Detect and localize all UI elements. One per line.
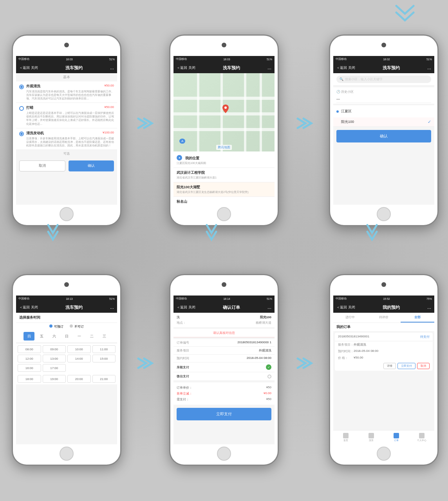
back-button-3[interactable]: ＜返回 关闭 [336, 65, 355, 70]
bottom-nav-home[interactable]: 首页 [333, 431, 359, 444]
loc-addr-1: 湖北省武汉市江夏区杨桥湖大道1 [177, 176, 271, 180]
history-item-text: — [336, 97, 340, 101]
weekday-fri[interactable]: 五 [36, 332, 47, 341]
order-header: 洗 阳光100 地点： 杨桥湖大道 [173, 313, 275, 327]
home-button-1[interactable] [60, 207, 74, 221]
time-slot-1200[interactable]: 12:00 [18, 355, 41, 362]
page-title-1: 洗车预约 [38, 65, 110, 71]
more-button-5[interactable]: ... [267, 305, 271, 310]
location-item-1[interactable]: 武汉设计工程学院 湖北省武汉市江夏区杨桥湖大道1 [173, 168, 275, 182]
service-price-2: ¥50.00 [105, 105, 114, 110]
search-input-3[interactable]: 🔍 搜索小区，输入小区关键字 [336, 76, 431, 83]
order-field-num: 订单编号 201805031813490000 1 [173, 339, 275, 347]
location-item-0[interactable]: ● 我的位置 江夏区阳光100大城四期 [173, 151, 275, 168]
home-button-5[interactable] [217, 447, 231, 461]
pay-now-button[interactable]: 立即支付 [397, 363, 415, 369]
location-item-3[interactable]: 秋名山 湖北省武汉市江夏区大湖天地内 [173, 197, 275, 205]
sub-item[interactable]: 阳光100 ✓ [333, 117, 434, 127]
more-button-1[interactable]: ... [110, 65, 114, 70]
service-info-3: 清洗发动机 ¥100.00 注意事项：许多车辆使用清洗液基本手部。上蜡可以在汽漆… [26, 131, 114, 147]
time-slot-2000[interactable]: 20:00 [67, 375, 91, 383]
phone-6: 中国移动 15:52 75% ＜返回 关闭 我的预约 ... 进行中 待评价 全… [329, 274, 439, 466]
time-slot-0800[interactable]: 08:00 [18, 345, 41, 353]
bottom-nav-wash[interactable]: 洗车 [359, 431, 384, 444]
wash-nav-icon [369, 433, 374, 438]
more-button-3[interactable]: ... [427, 65, 431, 70]
service-item-exterior[interactable]: 外观清洗 ¥50.00 汽车清洗就是指汽车外表的清洗。是每个车主连驾驾驶最需要做… [16, 81, 117, 103]
time-slot-2100[interactable]: 21:00 [92, 375, 116, 383]
phone-4: 中国移动 18:13 51% ＜返回 关闭 洗车预约 ... 选择服务时间 可预… [12, 274, 121, 466]
confirm-button-3[interactable]: 确认 [336, 130, 431, 142]
pay-option-balance[interactable]: 亲额支付 ✓ [173, 362, 275, 372]
service-radio-3[interactable] [19, 132, 24, 136]
weekday-wed[interactable]: 三 [99, 332, 110, 341]
back-button-6[interactable]: ＜返回 关闭 [336, 305, 355, 310]
weekday-tue[interactable]: 二 [86, 332, 97, 341]
service-item-wax[interactable]: 打蜡 ¥50.00 上蜡是还是还是还是基本手却，上蜡可以在汽漆面涂成一层保护膜使… [16, 103, 117, 128]
status-bar-3: 中国移动 18:02 51% [333, 56, 434, 62]
pay-option-wechat[interactable]: 微信支付 [173, 372, 275, 381]
time-slot-1100[interactable]: 11:00 [92, 345, 116, 353]
service-radio-2[interactable] [19, 106, 24, 111]
price-summary: 订单单价： ¥50 首单立减： ¥0.00 需支付： ¥50 [173, 382, 275, 405]
time-slot-1600[interactable]: 16:00 [18, 364, 41, 372]
arrow-down-1 [45, 223, 61, 245]
time-slot-1000[interactable]: 10:00 [67, 345, 91, 353]
back-button-5[interactable]: ＜返回 关闭 [177, 305, 195, 310]
arrow-right-1 [136, 115, 160, 131]
pay-button[interactable]: 立即支付 [177, 408, 271, 420]
weekday-sun[interactable]: 日 [61, 332, 72, 341]
more-button-6[interactable]: ... [427, 305, 431, 310]
location-item-2[interactable]: 阳光100大湖墅 湖北省武汉市江夏区龙生态杨桥湖大道2号(华位慧天学院旁) [173, 182, 275, 197]
camera-6 [381, 282, 386, 287]
service-item-engine[interactable]: 清洗发动机 ¥100.00 注意事项：许多车辆使用清洗液基本手部。上蜡可以在汽漆… [16, 128, 117, 150]
profile-nav-icon [419, 433, 425, 438]
back-button-2[interactable]: ＜返回 关闭 [177, 65, 195, 70]
confirm-button-1[interactable]: 确认 [69, 160, 114, 171]
time-slot-1300[interactable]: 13:00 [43, 355, 66, 362]
time-slot-1800[interactable]: 18:00 [18, 375, 41, 383]
order-detail-time: 预约时间： 2018-05-04 08:00 [335, 348, 433, 355]
service-radio-1[interactable] [19, 85, 24, 89]
back-button-4[interactable]: ＜返回 关闭 [19, 305, 38, 310]
map-area[interactable]: A 腾讯地图 [173, 73, 275, 151]
history-item[interactable]: — [336, 96, 431, 103]
tab-in-progress[interactable]: 进行中 [333, 313, 367, 323]
nav-bar-3: ＜返回 关闭 洗车预约 ... [333, 62, 434, 73]
home-button-2[interactable] [217, 207, 231, 221]
more-button-4[interactable]: ... [110, 305, 114, 310]
home-button-4[interactable] [60, 447, 74, 461]
order-card: 201805031813490001 待支付 服务项目： 外观清洗 预约时间： … [335, 333, 433, 371]
cancel-order-button[interactable]: 取消 [417, 363, 430, 369]
time-slot-1900[interactable]: 19:00 [43, 375, 66, 383]
pay-wechat-label: 微信支付 [177, 374, 189, 378]
cancel-button-1[interactable]: 取消 [19, 160, 65, 171]
weekday-sat[interactable]: 六 [49, 332, 60, 341]
page-title-3: 洗车预约 [355, 65, 427, 71]
time-slot-1700[interactable]: 17:00 [43, 364, 66, 372]
order-status[interactable]: 待支付 [420, 335, 430, 339]
home-button-6[interactable] [377, 447, 391, 461]
current-item[interactable]: 江夏区 [336, 108, 431, 115]
tab-all[interactable]: 全部 [401, 313, 434, 323]
time-slot-0900[interactable]: 09:00 [43, 345, 66, 353]
page-title-5: 确认订单 [195, 305, 267, 310]
verify-link[interactable]: 请认真核对信息 [173, 329, 275, 337]
time-slot-1400[interactable]: 14:00 [67, 355, 91, 362]
weekday-thu[interactable]: 四 [23, 332, 34, 341]
detail-button[interactable]: 详情 [383, 363, 396, 369]
address-value: 杨桥湖大道 [256, 321, 271, 325]
more-button-2[interactable]: ... [267, 65, 271, 70]
pay-radio-wechat[interactable] [267, 375, 271, 378]
time-slot-1500[interactable]: 15:00 [92, 355, 116, 362]
order-detail-price: 价 格： ¥50.00 [335, 355, 433, 361]
bottom-nav-profile[interactable]: 个人中心 [409, 431, 435, 444]
search-icon-3: 🔍 [340, 77, 343, 81]
back-button-1[interactable]: ＜返回 关闭 [19, 65, 38, 70]
tab-pending-review[interactable]: 待评价 [367, 313, 401, 323]
order-number: 201805031813490001 [338, 335, 369, 339]
home-button-3[interactable] [377, 207, 391, 221]
bottom-nav-orders[interactable]: 订单 [384, 431, 409, 444]
weekday-mon[interactable]: 一 [74, 332, 85, 341]
phone-1: 中国移动 18:03 51% ＜返回 关闭 洗车预约 ... 基本 [12, 34, 121, 226]
